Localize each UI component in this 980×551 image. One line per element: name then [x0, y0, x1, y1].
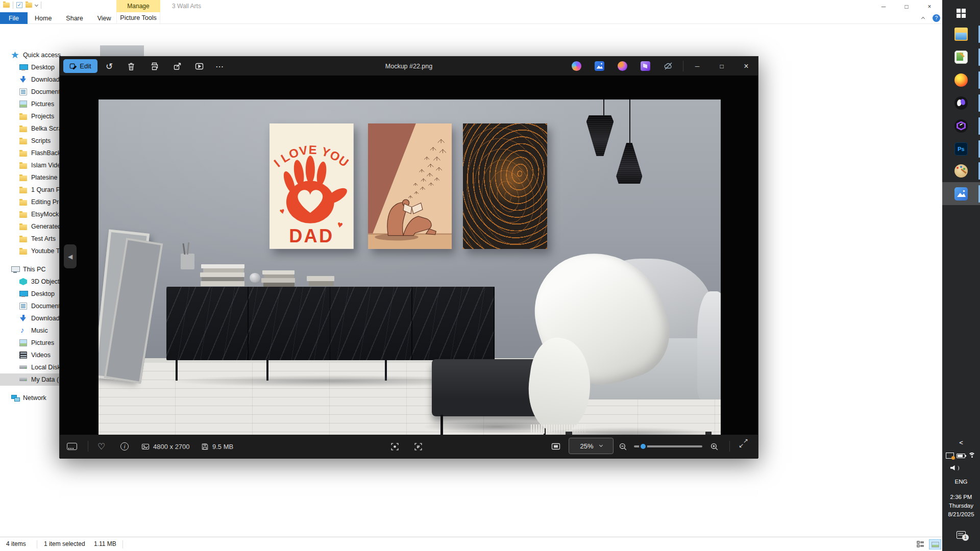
favorite-button[interactable]: ♡	[97, 440, 105, 453]
brush-cup	[181, 254, 194, 269]
photos-app-window: Edit ↺ ⋯ Mockup #22.png	[59, 56, 758, 458]
copilot-icon[interactable]	[572, 61, 581, 71]
action-center-button[interactable]: 1	[942, 525, 980, 544]
zoom-in-button[interactable]	[710, 440, 719, 453]
folder-icon[interactable]	[3, 3, 10, 8]
credenza-leg	[176, 360, 178, 381]
drive-icon	[19, 377, 27, 384]
poster-dad-text: DAD	[289, 226, 334, 246]
previous-photo-button[interactable]: ◀	[64, 244, 77, 268]
collapse-ribbon-chevron-icon[interactable]	[922, 15, 924, 21]
taskbar-photoshop[interactable]: Ps	[942, 137, 980, 160]
tray-icons	[942, 450, 980, 461]
drive-icon	[19, 364, 27, 371]
explorer-maximize-button[interactable]: □	[895, 0, 918, 13]
clock-date: 8/21/2025	[942, 511, 980, 517]
photos-ai-icon[interactable]	[595, 61, 604, 71]
book	[307, 276, 334, 281]
delete-icon[interactable]	[126, 61, 137, 72]
lamp-cord	[629, 99, 630, 144]
zoom-out-button[interactable]	[619, 440, 627, 453]
qat-customize-chevron-icon[interactable]	[35, 3, 38, 6]
actual-size-button[interactable]	[551, 440, 560, 453]
selected-size: 1.11 MB	[94, 540, 116, 547]
taskbar-firefox[interactable]	[942, 68, 980, 91]
filmstrip-icon	[67, 443, 77, 450]
book	[202, 277, 244, 282]
explorer-close-button[interactable]: ×	[918, 0, 941, 13]
new-folder-icon[interactable]	[26, 3, 32, 8]
edit-image-icon	[69, 63, 77, 70]
photos-close-button[interactable]: ×	[734, 57, 758, 76]
edit-button[interactable]: Edit	[63, 59, 97, 73]
more-options-icon[interactable]: ⋯	[214, 61, 225, 72]
zoom-level-dropdown[interactable]: 25%	[569, 438, 614, 454]
clipchamp-icon[interactable]	[641, 61, 650, 71]
explorer-statusbar: 4 items 1 item selected 1.11 MB	[0, 537, 942, 551]
folder-icon	[19, 127, 27, 132]
fullscreen-button[interactable]: ↗ ↙	[739, 440, 750, 452]
text-extract-button[interactable]	[414, 440, 423, 453]
taskbar-photos-app[interactable]	[942, 182, 980, 205]
photo-viewer: I LOVE YOU ♥ ♥ DAD	[60, 76, 758, 435]
share-icon[interactable]	[172, 61, 183, 72]
photos-titlebar[interactable]: Edit ↺ ⋯ Mockup #22.png	[60, 57, 758, 76]
start-button[interactable]	[942, 2, 980, 24]
explorer-minimize-button[interactable]: ─	[872, 0, 895, 13]
cube-icon	[19, 278, 27, 285]
clock-time[interactable]: 2:36 PM	[942, 494, 980, 500]
book	[201, 281, 245, 286]
book	[261, 278, 295, 282]
zoom-slider-thumb[interactable]	[639, 442, 647, 450]
folder-icon	[19, 151, 27, 157]
taskbar-file-explorer[interactable]	[942, 22, 980, 45]
taskbar-hexagon-app[interactable]	[942, 114, 980, 137]
help-button[interactable]: ?	[933, 14, 940, 22]
folder-icon	[19, 224, 27, 230]
properties-check-icon[interactable]: ✓	[16, 2, 22, 8]
this-pc-icon	[11, 266, 19, 273]
photo-canvas[interactable]: I LOVE YOU ♥ ♥ DAD	[99, 99, 721, 446]
image-dimensions: 4800 x 2700	[141, 440, 190, 453]
designer-icon[interactable]	[618, 61, 627, 71]
tab-file[interactable]: File	[0, 12, 28, 24]
photos-minimize-button[interactable]: ─	[685, 57, 709, 76]
taskbar-image-editor[interactable]	[942, 45, 980, 68]
slideshow-icon[interactable]	[193, 61, 205, 72]
language-indicator[interactable]: ENG	[942, 479, 980, 485]
thumbnail-view-button[interactable]	[929, 539, 941, 549]
battery-icon[interactable]	[957, 454, 965, 458]
tab-manage[interactable]: Manage	[116, 0, 160, 12]
print-icon[interactable]	[149, 61, 160, 72]
tab-share[interactable]: Share	[59, 12, 90, 24]
details-view-button[interactable]	[915, 539, 927, 549]
tab-home[interactable]: Home	[28, 12, 59, 24]
onedrive-offline-icon[interactable]	[664, 61, 673, 71]
wifi-icon[interactable]	[968, 453, 977, 459]
info-button[interactable]: i	[120, 440, 129, 453]
download-arrow-icon	[19, 315, 27, 322]
network-icon	[11, 394, 19, 402]
clock-weekday: Thursday	[942, 503, 980, 509]
tab-picture-tools[interactable]: Picture Tools	[116, 12, 160, 24]
tray-expand-button[interactable]: <	[942, 439, 980, 446]
rotate-icon[interactable]: ↺	[104, 61, 115, 72]
taskbar-dark-purple-app[interactable]	[942, 91, 980, 114]
book	[263, 283, 295, 287]
poster-reader-birds	[368, 123, 452, 249]
folder-icon	[19, 212, 27, 218]
taskbar-paint-app[interactable]	[942, 159, 980, 182]
zoom-slider[interactable]	[634, 445, 702, 447]
visual-search-button[interactable]	[390, 440, 399, 453]
film-icon	[19, 352, 27, 359]
photos-maximize-button[interactable]: □	[710, 57, 733, 76]
display-tray-icon[interactable]	[946, 453, 954, 459]
chevron-down-icon	[599, 443, 602, 447]
filmstrip-toggle-button[interactable]	[67, 440, 77, 453]
photos-window-title: Mockup #22.png	[60, 57, 758, 76]
folder-icon	[19, 249, 27, 255]
tab-view[interactable]: View	[90, 12, 118, 24]
book	[264, 274, 294, 278]
taskbar: Ps < ENG 2:36 PM Thursday 8/21/2025	[942, 0, 980, 551]
volume-icon[interactable]	[942, 462, 980, 473]
